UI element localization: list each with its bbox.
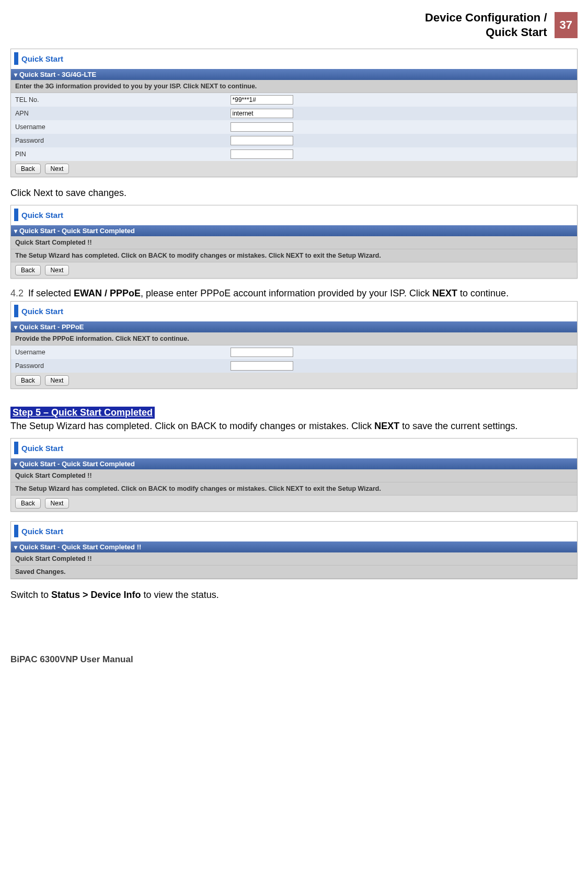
blue-tab-icon [14,209,18,221]
caret-down-icon [14,323,17,331]
back-button[interactable]: Back [15,498,41,509]
next-button[interactable]: Next [45,265,70,275]
panel-title: Quick Start [21,527,63,536]
username-input[interactable] [230,348,293,357]
page-number-badge: 37 [555,12,578,38]
table-row: TEL No. [11,93,577,107]
panel-title-bar: Quick Start [11,302,577,321]
switch-status-text: Switch to Status > Device Info to view t… [10,589,578,602]
field-label: APN [11,107,226,120]
next-button[interactable]: Next [45,498,70,509]
password-input[interactable] [230,136,293,145]
instruction-text: Enter the 3G information provided to you… [11,80,577,93]
panel-completed-2: Quick Start Quick Start - Quick Start Co… [10,438,578,512]
instruction-text: The Setup Wizard has completed. Click on… [11,249,577,262]
section-title: Quick Start - Quick Start Completed !! [19,543,141,551]
completed-text: Quick Start Completed !! [11,552,577,566]
panel-pppoe: Quick Start Quick Start - PPPoE Provide … [10,301,578,389]
table-row: PIN [11,147,577,161]
caret-down-icon [14,460,17,468]
back-button[interactable]: Back [15,164,41,174]
step5-text: The Setup Wizard has completed. Click on… [10,420,578,433]
table-row: Password [11,359,577,373]
completed-text: Quick Start Completed !! [11,236,577,249]
panel-3g4glte: Quick Start Quick Start - 3G/4G-LTE Ente… [10,49,578,177]
step-number: 4.2 [10,288,26,299]
blue-tab-icon [14,52,18,65]
numbered-instruction: 4.2 If selected EWAN / PPPoE, please ent… [10,288,578,299]
blue-tab-icon [14,442,18,454]
table-row: APN [11,107,577,120]
next-button[interactable]: Next [45,164,70,174]
panel-title-bar: Quick Start [11,522,577,541]
form-table: Username Password [11,345,577,373]
field-label: TEL No. [11,93,226,107]
table-row: Username [11,120,577,134]
apn-input[interactable] [230,109,293,118]
username-input[interactable] [230,122,293,132]
table-row: Password [11,134,577,147]
panel-title-bar: Quick Start [11,205,577,225]
button-row: Back Next [11,373,577,388]
panel-completed-1: Quick Start Quick Start - Quick Start Co… [10,205,578,279]
password-input[interactable] [230,361,293,371]
page-header: Device Configuration / Quick Start 37 [10,10,578,39]
button-row: Back Next [11,495,577,511]
instruction-text: The Setup Wizard has completed. Click on… [11,482,577,495]
section-title: Quick Start - Quick Start Completed [19,227,135,235]
form-table: TEL No. APN Username Password PIN [11,93,577,161]
instruction-paragraph: Click Next to save changes. [10,187,578,200]
instruction-text: Provide the PPPoE information. Click NEX… [11,332,577,345]
section-header: Quick Start - Quick Start Completed [11,225,577,236]
field-label: Username [11,120,226,134]
section-header: Quick Start - PPPoE [11,321,577,332]
pin-input[interactable] [230,149,293,159]
field-label: Password [11,359,226,373]
button-row: Back Next [11,161,577,177]
field-label: PIN [11,147,226,161]
section-title: Quick Start - 3G/4G-LTE [19,71,96,78]
caret-down-icon [14,543,17,551]
tel-no-input[interactable] [230,95,293,105]
section-title: Quick Start - Quick Start Completed [19,460,135,468]
panel-title: Quick Start [21,54,63,63]
panel-title: Quick Start [21,307,63,316]
panel-title: Quick Start [21,444,63,453]
back-button[interactable]: Back [15,265,41,275]
panel-title-bar: Quick Start [11,49,577,69]
section-header: Quick Start - Quick Start Completed [11,458,577,469]
saved-text: Saved Changes. [11,566,577,579]
field-label: Password [11,134,226,147]
section-header: Quick Start - 3G/4G-LTE [11,69,577,80]
section-title: Quick Start - PPPoE [19,323,84,331]
table-row: Username [11,345,577,359]
next-button[interactable]: Next [45,375,70,386]
footer-manual-title: BiPAC 6300VNP User Manual [10,654,578,665]
button-row: Back Next [11,262,577,278]
blue-tab-icon [14,525,18,537]
step-text: If selected EWAN / PPPoE, please enter P… [28,288,509,299]
caret-down-icon [14,71,17,78]
blue-tab-icon [14,305,18,317]
panel-title-bar: Quick Start [11,439,577,458]
back-button[interactable]: Back [15,375,41,386]
field-label: Username [11,345,226,359]
section-header: Quick Start - Quick Start Completed !! [11,541,577,552]
caret-down-icon [14,227,17,235]
page-title: Device Configuration / Quick Start [425,10,547,39]
panel-title: Quick Start [21,211,63,220]
panel-saved: Quick Start Quick Start - Quick Start Co… [10,521,578,579]
step5-banner: Step 5 – Quick Start Completed [10,407,155,419]
completed-text: Quick Start Completed !! [11,469,577,482]
